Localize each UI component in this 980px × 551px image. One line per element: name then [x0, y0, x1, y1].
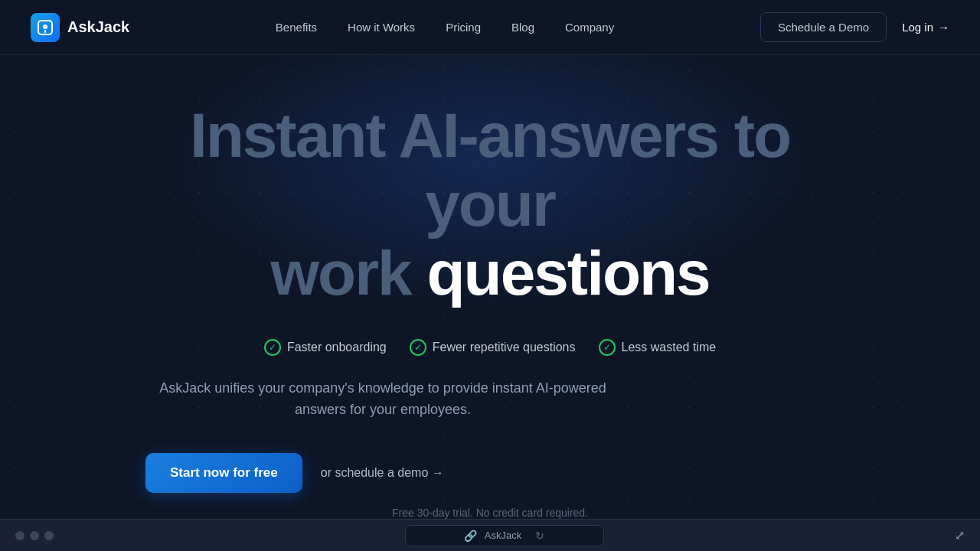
- nav-pricing[interactable]: Pricing: [446, 21, 481, 34]
- check-icon-onboarding: ✓: [264, 339, 281, 356]
- nav-how-it-works[interactable]: How it Works: [348, 21, 415, 34]
- svg-point-1: [43, 24, 47, 29]
- logo-area: AskJack: [31, 13, 129, 42]
- feature-repetitive: ✓ Fewer repetitive questions: [410, 339, 576, 356]
- schedule-demo-hero-link[interactable]: or schedule a demo →: [321, 466, 444, 480]
- check-icon-repetitive: ✓: [410, 339, 426, 356]
- feature-time: ✓ Less wasted time: [599, 339, 717, 356]
- nav-links: Benefits How it Works Pricing Blog Compa…: [276, 21, 614, 34]
- login-link[interactable]: Log in →: [902, 21, 949, 34]
- cta-row: Start now for free or schedule a demo →: [145, 453, 835, 493]
- expand-icon[interactable]: ⤢: [955, 528, 965, 543]
- dot-1: [15, 531, 24, 540]
- dot-3: [44, 531, 54, 540]
- logo-name: AskJack: [67, 18, 129, 36]
- logo-icon: [31, 13, 60, 42]
- hero-section: Instant AI-answers to your work question…: [0, 55, 980, 519]
- hero-description: AskJack unifies your company's knowledge…: [145, 377, 620, 422]
- features-row: ✓ Faster onboarding ✓ Fewer repetitive q…: [145, 339, 835, 356]
- link-icon: 🔗: [464, 530, 477, 542]
- schedule-demo-nav-button[interactable]: Schedule a Demo: [760, 12, 887, 42]
- nav-company[interactable]: Company: [565, 21, 614, 34]
- nav-right: Schedule a Demo Log in →: [760, 12, 949, 42]
- hero-title: Instant AI-answers to your work question…: [145, 101, 835, 308]
- start-free-button[interactable]: Start now for free: [145, 453, 302, 493]
- browser-dots: [15, 531, 54, 540]
- trial-note: Free 30-day trial. No credit card requir…: [145, 507, 835, 519]
- refresh-icon[interactable]: ↻: [535, 530, 544, 542]
- dot-2: [30, 531, 39, 540]
- browser-right: ⤢: [955, 528, 965, 543]
- nav-blog[interactable]: Blog: [511, 21, 534, 34]
- nav-benefits[interactable]: Benefits: [276, 21, 317, 34]
- browser-address-bar[interactable]: 🔗 AskJack ↻: [405, 525, 604, 546]
- navbar: AskJack Benefits How it Works Pricing Bl…: [0, 0, 980, 55]
- browser-address-text: AskJack: [485, 530, 521, 541]
- browser-bar: 🔗 AskJack ↻ ⤢: [0, 519, 980, 551]
- check-icon-time: ✓: [599, 339, 616, 356]
- feature-onboarding: ✓ Faster onboarding: [264, 339, 387, 356]
- hero-content: Instant AI-answers to your work question…: [145, 101, 835, 519]
